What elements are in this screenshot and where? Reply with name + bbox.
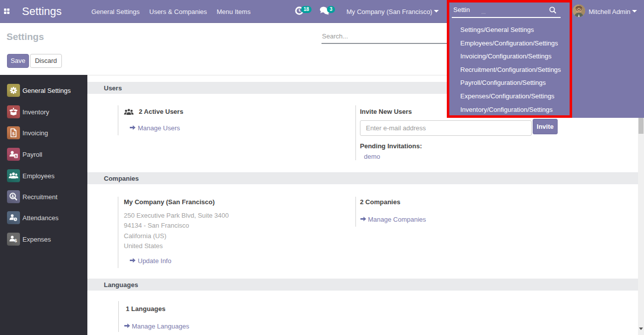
svg-text:$: $: [12, 131, 14, 136]
svg-text:$: $: [15, 154, 17, 158]
svg-text:$: $: [14, 238, 17, 243]
